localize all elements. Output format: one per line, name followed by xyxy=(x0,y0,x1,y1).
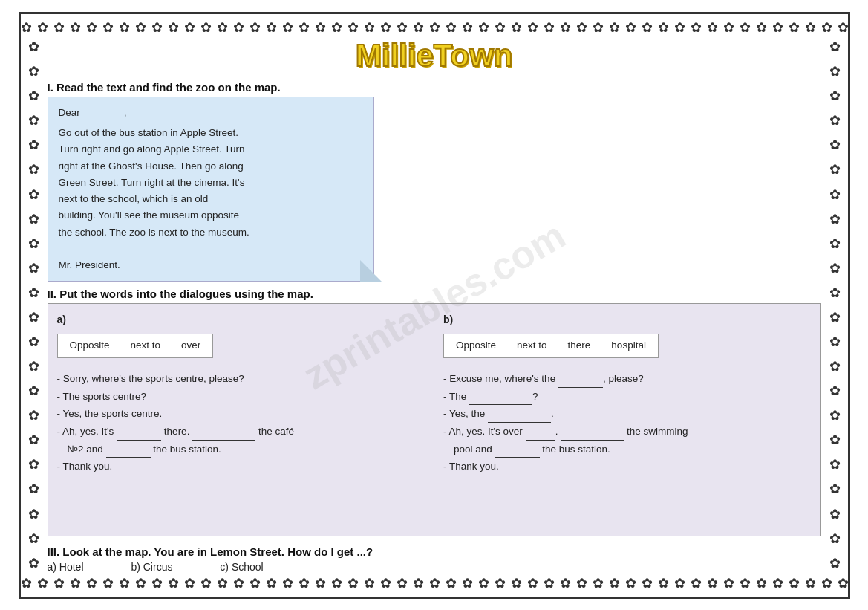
panel-b: b) Opposite next to there hospital - Exc… xyxy=(434,304,820,535)
word-over-a: over xyxy=(181,337,200,354)
option-b: b) Circus xyxy=(131,561,172,573)
border-right: ✿✿✿✿✿✿✿✿✿✿✿✿✿✿✿✿✿✿✿✿✿✿ xyxy=(826,35,843,576)
panel-b-dialogue: - Excuse me, where's the , please? - The… xyxy=(443,370,812,476)
letter-body: Go out of the bus station in Apple Stree… xyxy=(59,125,363,273)
border-top: ✿ ✿ ✿ ✿ ✿ ✿ ✿ ✿ ✿ ✿ ✿ ✿ ✿ ✿ ✿ ✿ ✿ ✿ ✿ ✿ … xyxy=(21,17,848,38)
option-a: a) Hotel xyxy=(48,561,84,573)
word-next-to-b: next to xyxy=(517,337,547,354)
border-left: ✿✿✿✿✿✿✿✿✿✿✿✿✿✿✿✿✿✿✿✿✿✿ xyxy=(25,35,42,576)
panel-a: a) Opposite next to over - Sorry, where'… xyxy=(48,304,435,535)
word-opposite-a: Opposite xyxy=(70,337,110,354)
panel-a-dialogue: - Sorry, where's the sports centre, plea… xyxy=(57,370,425,476)
border-bottom: ✿ ✿ ✿ ✿ ✿ ✿ ✿ ✿ ✿ ✿ ✿ ✿ ✿ ✿ ✿ ✿ ✿ ✿ ✿ ✿ … xyxy=(21,573,848,594)
section3-heading: III. Look at the map. You are in Lemon S… xyxy=(48,545,821,558)
word-hospital-b: hospital xyxy=(611,337,646,354)
dialogues-container: a) Opposite next to over - Sorry, where'… xyxy=(48,303,821,536)
panel-b-label: b) xyxy=(443,311,812,329)
option-c: c) School xyxy=(220,561,263,573)
section3: III. Look at the map. You are in Lemon S… xyxy=(48,542,821,573)
section3-options: a) Hotel b) Circus c) School xyxy=(48,561,821,573)
letter-greeting: Dear, xyxy=(59,105,363,121)
panel-a-label: a) xyxy=(57,311,425,329)
panel-b-wordbox: Opposite next to there hospital xyxy=(443,334,659,358)
section1-heading: I. Read the text and find the zoo on the… xyxy=(48,81,821,94)
main-content: MillieTown I. Read the text and find the… xyxy=(48,38,821,573)
section1: I. Read the text and find the zoo on the… xyxy=(48,81,821,282)
letter-box: Dear, Go out of the bus station in Apple… xyxy=(48,97,374,282)
section2: II. Put the words into the dialogues usi… xyxy=(48,288,821,536)
word-there-b: there xyxy=(568,337,591,354)
page: ✿ ✿ ✿ ✿ ✿ ✿ ✿ ✿ ✿ ✿ ✿ ✿ ✿ ✿ ✿ ✿ ✿ ✿ ✿ ✿ … xyxy=(19,12,850,599)
panel-a-wordbox: Opposite next to over xyxy=(57,334,214,358)
word-opposite-b: Opposite xyxy=(456,337,496,354)
section2-heading: II. Put the words into the dialogues usi… xyxy=(48,288,821,300)
page-title: MillieTown xyxy=(48,38,821,74)
word-next-to-a: next to xyxy=(131,337,161,354)
